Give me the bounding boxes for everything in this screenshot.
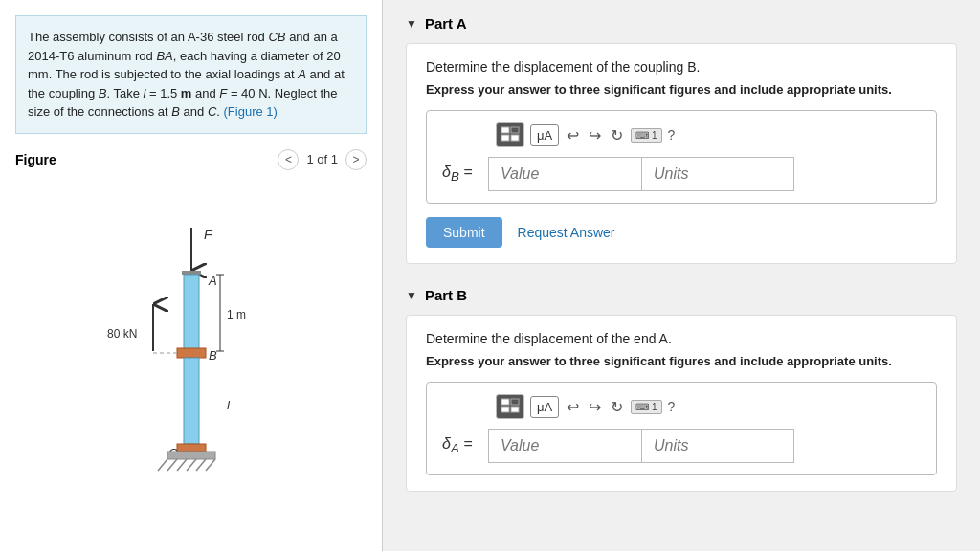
part-a-request-answer-button[interactable]: Request Answer [518, 225, 615, 240]
base-C [177, 444, 206, 452]
figure-header: Figure < 1 of 1 > [15, 149, 367, 170]
svg-rect-18 [501, 407, 509, 412]
part-b-toolbar: μA ↩ ↪ ↻ ⌨ 1 ? [442, 394, 921, 419]
part-b-input-row: δA = [442, 429, 921, 463]
left-panel: The assembly consists of an A-36 steel r… [0, 0, 383, 551]
matrix-icon [501, 126, 520, 142]
figure-link[interactable]: (Figure 1) [224, 104, 278, 119]
part-a-toolbar: μA ↩ ↪ ↻ ⌨ 1 ? [442, 122, 921, 147]
problem-text-box: The assembly consists of an A-36 steel r… [15, 15, 367, 134]
label-F: F [204, 227, 213, 242]
part-b-label: Part B [425, 287, 467, 303]
part-a-undo-icon[interactable]: ↩ [565, 126, 581, 144]
connection-A [182, 271, 201, 275]
part-a-help-icon[interactable]: ? [668, 127, 676, 143]
part-b-help-icon[interactable]: ? [668, 399, 676, 414]
svg-rect-16 [501, 399, 509, 405]
part-b-mu-btn[interactable]: μA [530, 396, 559, 418]
part-b-section: ▼ Part B Determine the displacement of t… [406, 287, 957, 492]
part-b-content: Determine the displacement of the end A.… [406, 315, 957, 492]
part-b-undo-icon[interactable]: ↩ [565, 398, 581, 416]
label-80kn: 80 kN [107, 327, 137, 341]
svg-rect-13 [511, 127, 519, 133]
rod-lower [184, 358, 199, 444]
figure-container: F A 80 kN 1 m B [15, 178, 367, 537]
part-a-refresh-icon[interactable]: ↻ [609, 126, 625, 144]
part-b-redo-icon[interactable]: ↪ [587, 398, 603, 416]
part-a-matrix-btn[interactable] [496, 122, 524, 147]
part-b-question: Determine the displacement of the end A. [426, 331, 937, 346]
coupling-B [177, 348, 206, 358]
ground-plate [167, 452, 215, 459]
svg-line-11 [206, 459, 215, 471]
part-b-units-input[interactable] [641, 429, 794, 463]
label-A: A [208, 274, 217, 288]
svg-line-10 [196, 459, 206, 471]
svg-rect-17 [511, 399, 519, 405]
part-a-section: ▼ Part A Determine the displacement of t… [406, 15, 957, 264]
svg-rect-19 [511, 407, 519, 412]
svg-rect-12 [501, 127, 509, 133]
figure-svg: F A 80 kN 1 m B [96, 218, 287, 496]
label-1m: 1 m [227, 308, 246, 321]
matrix-icon-b [501, 398, 520, 413]
part-b-delta-label: δA = [442, 435, 480, 455]
svg-rect-15 [511, 135, 519, 141]
part-a-value-input[interactable] [488, 157, 641, 191]
part-b-answer-box: μA ↩ ↪ ↻ ⌨ 1 ? δA = [426, 382, 937, 475]
svg-rect-14 [501, 135, 509, 141]
part-b-value-input[interactable] [488, 429, 641, 463]
figure-nav: < 1 of 1 > [278, 149, 367, 170]
svg-line-7 [167, 459, 177, 471]
label-l: l [227, 398, 231, 412]
nav-count: 1 of 1 [306, 152, 338, 166]
part-a-header: ▼ Part A [406, 15, 957, 32]
part-a-input-row: δB = [442, 157, 921, 191]
figure-title: Figure [15, 152, 56, 167]
problem-text: The assembly consists of an A-36 steel r… [28, 30, 345, 119]
nav-next-button[interactable]: > [345, 149, 367, 170]
svg-line-6 [158, 459, 167, 471]
part-a-submit-button[interactable]: Submit [426, 217, 502, 248]
part-a-submit-row: Submit Request Answer [426, 217, 937, 248]
label-B: B [209, 348, 217, 363]
part-a-kbd-icon[interactable]: ⌨ 1 [631, 128, 661, 143]
part-a-redo-icon[interactable]: ↪ [587, 126, 603, 144]
part-a-collapse-arrow[interactable]: ▼ [406, 17, 417, 31]
part-b-collapse-arrow[interactable]: ▼ [406, 289, 417, 302]
rod-upper [184, 275, 199, 351]
part-a-question: Determine the displacement of the coupli… [426, 59, 937, 75]
svg-line-8 [177, 459, 187, 471]
part-b-header: ▼ Part B [406, 287, 957, 303]
part-a-delta-label: δB = [442, 164, 480, 184]
right-panel: ▼ Part A Determine the displacement of t… [383, 0, 980, 551]
part-b-matrix-btn[interactable] [496, 394, 524, 419]
part-a-units-input[interactable] [641, 157, 794, 191]
part-a-content: Determine the displacement of the coupli… [406, 43, 957, 264]
nav-prev-button[interactable]: < [278, 149, 299, 170]
part-b-refresh-icon[interactable]: ↻ [609, 398, 625, 416]
svg-line-9 [187, 459, 196, 471]
part-b-instruction: Express your answer to three significant… [426, 354, 937, 368]
part-a-instruction: Express your answer to three significant… [426, 82, 937, 97]
part-a-label: Part A [425, 15, 467, 32]
part-a-mu-btn[interactable]: μA [530, 124, 559, 146]
part-b-kbd-icon[interactable]: ⌨ 1 [631, 400, 661, 414]
part-a-answer-box: μA ↩ ↪ ↻ ⌨ 1 ? δB = [426, 110, 937, 204]
